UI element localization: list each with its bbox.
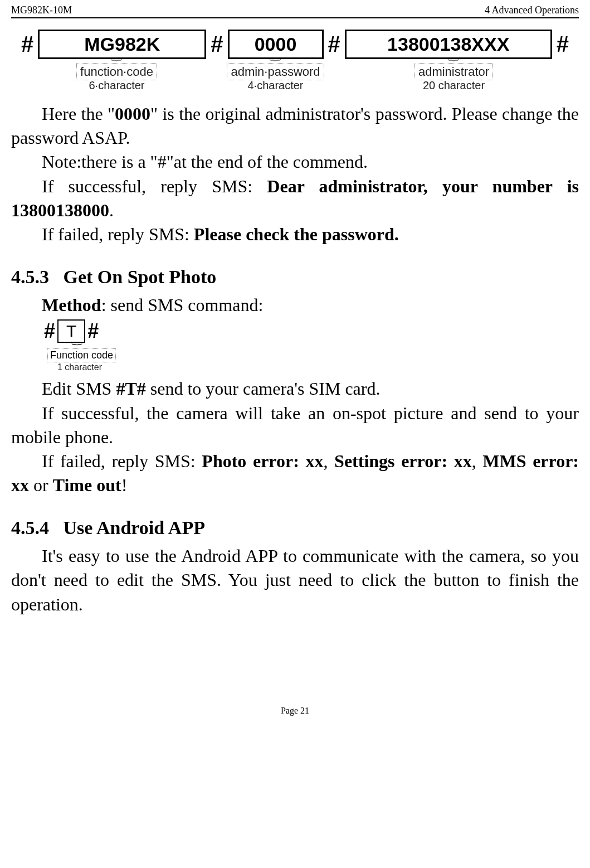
paragraph-success: If successful, reply SMS: Dear administr…	[11, 174, 579, 222]
function-code-label-small: Function code	[47, 348, 116, 362]
t-command-diagram: # T # ︸ Function code 1 character	[42, 319, 579, 372]
section-453-heading: 4.5.3 Get On Spot Photo	[11, 266, 579, 288]
sms-format-diagram: # MG982K # 0000 # 13800138XXX # ︸ ︸ ︸ fu…	[11, 30, 579, 92]
hash-symbol: #	[19, 32, 36, 57]
hash-symbol: #	[554, 32, 571, 57]
function-code-count: 6·character	[45, 79, 189, 92]
header-right: 4 Advanced Operations	[485, 4, 579, 16]
page-header: MG982K-10M 4 Advanced Operations	[11, 4, 579, 18]
function-code-label: function·code	[76, 63, 157, 80]
hash-symbol: #	[42, 319, 57, 343]
administrator-count: 20 character	[362, 79, 546, 92]
admin-password-label: admin·password	[227, 63, 324, 80]
paragraph-failed-photo: If failed, reply SMS: Photo error: xx, S…	[11, 449, 579, 497]
section-454-heading: 4.5.4 Use Android APP	[11, 517, 579, 539]
hash-symbol: #	[326, 32, 343, 57]
method-line: Method: send SMS command:	[11, 293, 579, 317]
header-left: MG982K-10M	[11, 4, 72, 16]
hash-symbol: #	[208, 32, 225, 57]
administrator-label: administrator	[415, 63, 493, 80]
page-footer: Page 21	[11, 706, 579, 716]
hash-symbol: #	[85, 319, 101, 343]
paragraph-android-app: It's easy to use the Android APP to comm…	[11, 544, 579, 617]
admin-password-count: 4·character	[212, 79, 340, 92]
paragraph-note: Note:there is a "#"at the end of the com…	[11, 150, 579, 174]
function-code-count-small: 1 character	[57, 362, 579, 372]
paragraph-success-photo: If successful, the camera will take an o…	[11, 401, 579, 449]
paragraph-edit-sms: Edit SMS #T# send to your camera's SIM c…	[11, 377, 579, 401]
brace-icon: ︸	[61, 343, 94, 348]
paragraph-password: Here the "0000" is the original administ…	[11, 102, 579, 150]
paragraph-failed: If failed, reply SMS: Please check the p…	[11, 222, 579, 246]
